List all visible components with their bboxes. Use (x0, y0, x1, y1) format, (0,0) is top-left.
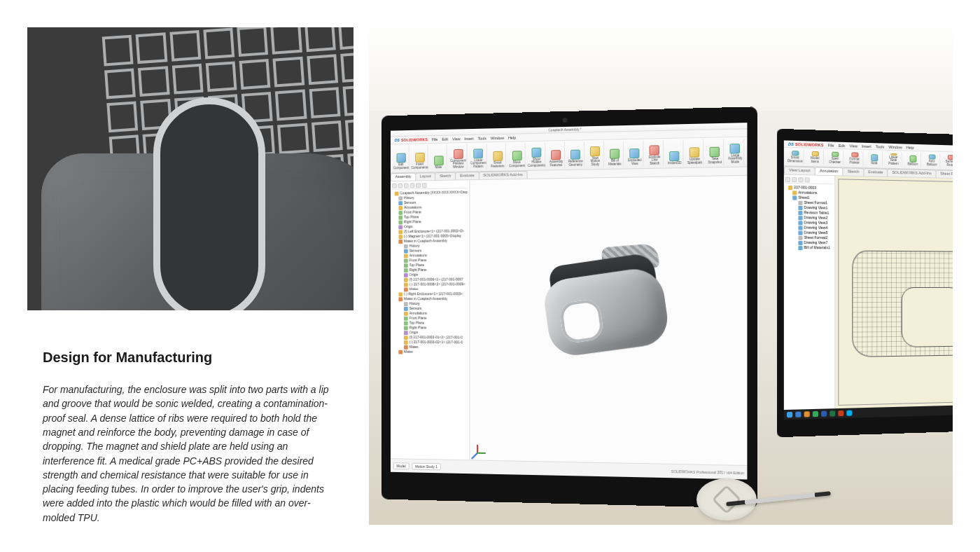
tree-node[interactable]: Annotations (392, 311, 468, 316)
ribbon-take-snapshot[interactable]: Take Snapshot (706, 139, 724, 165)
chrome-icon[interactable] (813, 411, 818, 417)
ribbon-exploded-view[interactable]: Exploded View (626, 141, 643, 167)
menu-insert[interactable]: Insert (464, 137, 473, 141)
tree-glyph-icon (404, 268, 408, 272)
ribbon-assembly-features[interactable]: Assembly Features (548, 142, 565, 168)
tree-glyph-icon (798, 240, 802, 244)
tab-solidworks-add-ins[interactable]: SOLIDWORKS Add-Ins (888, 169, 937, 178)
ribbon-mate[interactable]: Mate (430, 144, 447, 170)
tree-glyph-icon (404, 272, 408, 277)
menu2-view[interactable]: View (849, 144, 858, 148)
menu-tools[interactable]: Tools (478, 136, 487, 140)
tab-view-layout[interactable]: View Layout (784, 166, 816, 174)
bottom-tab-motion[interactable]: Motion Study 1 (412, 462, 441, 470)
ribbon-new-motion-study[interactable]: New Motion Study (587, 142, 604, 168)
skype-icon[interactable] (846, 410, 852, 416)
tab-sketch[interactable]: Sketch (435, 172, 456, 180)
content-area-2: 217-001-0003 AnnotationsSheet1Sheet Form… (784, 175, 953, 410)
menu-file[interactable]: File (432, 137, 438, 142)
content-area: Coaptech Assembly (XXXX-XXX-XXXX<Disp Hi… (391, 176, 747, 465)
feature-tree-2[interactable]: 217-001-0003 AnnotationsSheet1Sheet Form… (784, 175, 835, 410)
ribbon-label: Linear Component Pattern (470, 159, 486, 169)
tree-node[interactable]: Mates (392, 350, 468, 354)
tree-node-label: Annotations (410, 311, 427, 316)
ribbon-smart-fasteners[interactable]: Smart Fasteners (490, 144, 506, 170)
tree-glyph-icon (798, 200, 802, 205)
ribbon-insert-components[interactable]: Insert Components (412, 145, 428, 171)
ribbon-show-hidden-components[interactable]: Show Hidden Components (528, 143, 546, 169)
tab-sketch[interactable]: Sketch (843, 167, 864, 176)
tree-node-label: (-) 217-001-0008<2> (217-001-0009< (410, 282, 465, 287)
menu2-insert[interactable]: Insert (862, 144, 872, 148)
ribbon-bill-of-materials[interactable]: Bill of Materials (607, 141, 624, 167)
ribbon-linear-component-pattern[interactable]: Linear Component Pattern (470, 144, 487, 170)
explorer-icon[interactable] (804, 411, 810, 417)
tree-toolbar[interactable] (392, 181, 468, 190)
ribbon-move-component[interactable]: Move Component (509, 143, 526, 169)
ribbon-label: Mate (435, 166, 442, 170)
bottom-tab-model[interactable]: Model (393, 462, 410, 469)
ribbon-icon (590, 146, 600, 156)
tab-assembly[interactable]: Assembly (391, 173, 416, 181)
ribbon-icon (610, 149, 620, 158)
menu2-file[interactable]: File (828, 143, 834, 147)
tree-glyph-icon (798, 226, 802, 230)
menu-window[interactable]: Window (491, 136, 504, 140)
monitor-primary: Coaptech Assembly * DS SOLIDWORKS File E… (382, 106, 757, 508)
powerpoint-icon[interactable] (838, 410, 844, 416)
menu-view[interactable]: View (452, 137, 460, 141)
tree-glyph-icon (404, 321, 408, 325)
tree-glyph-icon (404, 326, 408, 330)
tree-node[interactable]: (-) 217-001-0003-02<1> (217-001-0 (392, 340, 468, 345)
word-icon[interactable] (821, 411, 827, 417)
tab-solidworks-add-ins[interactable]: SOLIDWORKS Add-Ins (479, 171, 528, 179)
solidworks-assembly-window: Coaptech Assembly * DS SOLIDWORKS File E… (391, 123, 747, 479)
ribbon-smart-dimension[interactable]: Smart Dimension (787, 149, 804, 165)
tab-layout[interactable]: Layout (415, 172, 435, 180)
ribbon-label: Smart Dimension (788, 156, 803, 163)
menu-edit[interactable]: Edit (442, 137, 448, 142)
ribbon-format-painter[interactable]: Format Painter (846, 151, 863, 166)
monitor-secondary: DS SOLIDWORKS File Edit View Insert Tool… (777, 129, 953, 438)
drawing-sheet[interactable] (835, 176, 953, 408)
tree-node[interactable]: History (392, 301, 468, 306)
ribbon-icon (710, 147, 720, 158)
ribbon-surface-finish[interactable]: Surface Finish (943, 153, 953, 168)
menu2-tools[interactable]: Tools (876, 144, 885, 149)
edge-icon[interactable] (795, 411, 801, 417)
tree-node[interactable]: (-) 217-001-0008<2> (217-001-0009< (392, 282, 468, 287)
tree-glyph-icon (398, 225, 402, 229)
ribbon-update-speedpak[interactable]: Update Speedpak (687, 139, 704, 166)
ribbon-explode-line-sketch[interactable]: Explode Line Sketch (647, 140, 664, 167)
ribbon-reference-geometry[interactable]: Reference Geometry (568, 142, 584, 168)
ribbon-label: Large Assembly Mode (728, 154, 742, 164)
ribbon-instant3d[interactable]: Instant3D (666, 139, 684, 166)
ribbon-auto-balloon[interactable]: Auto Balloon (924, 153, 940, 167)
tab-sheet-format[interactable]: Sheet Format (935, 170, 953, 178)
solidworks-drawing-window: DS SOLIDWORKS File Edit View Insert Tool… (784, 140, 953, 420)
ribbon-large-assembly-mode[interactable]: Large Assembly Mode (727, 139, 744, 165)
menu2-edit[interactable]: Edit (839, 143, 846, 147)
model-viewport[interactable] (470, 176, 747, 465)
ribbon-linear-note-pattern[interactable]: Linear Note Pattern (886, 152, 902, 167)
excel-icon[interactable] (830, 410, 835, 416)
ribbon-edit-component[interactable]: Edit Component (393, 146, 410, 172)
tab-evaluate[interactable]: Evaluate (863, 168, 888, 177)
tree-node[interactable]: Sensors (392, 306, 468, 311)
ribbon-model-items[interactable]: Model Items (807, 150, 824, 165)
ribbon-spell-checker[interactable]: Spell Checker (827, 150, 844, 165)
tab-evaluate[interactable]: Evaluate (455, 172, 479, 179)
menu-help[interactable]: Help (508, 136, 516, 140)
menu2-window[interactable]: Window (888, 144, 902, 149)
ribbon-component-preview-window[interactable]: Component Preview Window (449, 144, 468, 170)
feature-tree[interactable]: Coaptech Assembly (XXXX-XXX-XXXX<Disp Hi… (391, 180, 470, 460)
solidworks-logo-icon (712, 485, 741, 514)
ribbon-balloon[interactable]: Balloon (905, 152, 921, 167)
tab-annotation[interactable]: Annotation (815, 167, 844, 175)
tree-node[interactable]: Bill of Materials1 (785, 245, 833, 251)
ribbon-note[interactable]: Note (866, 151, 883, 167)
tree-toolbar-2[interactable] (785, 177, 833, 185)
tree-glyph-icon (404, 287, 408, 291)
menu2-help[interactable]: Help (906, 145, 914, 149)
start-icon[interactable] (787, 412, 792, 418)
